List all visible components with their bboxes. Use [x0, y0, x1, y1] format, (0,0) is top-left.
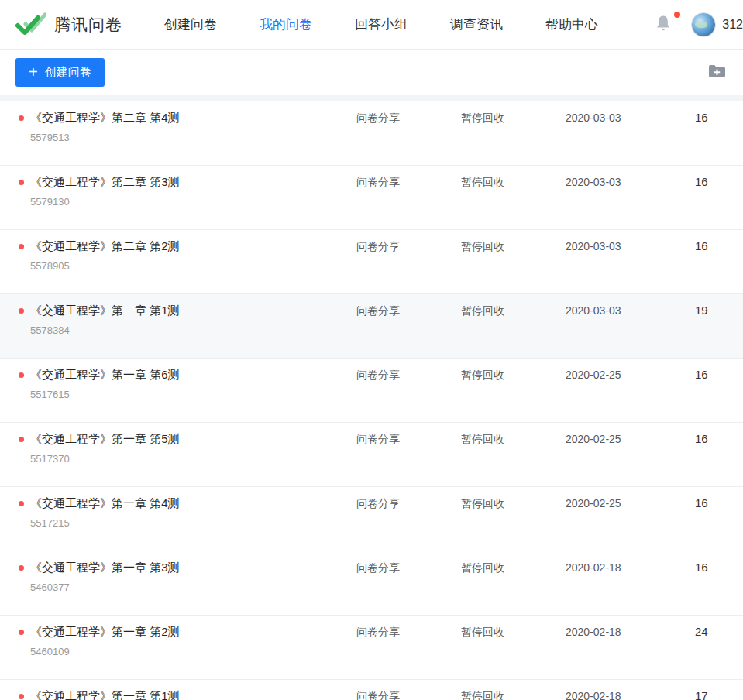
nav-item[interactable]: 我的问卷: [260, 15, 312, 33]
table-row[interactable]: 《交通工程学》第二章 第1测 5578384 问卷分享 暂停回收 2020-03…: [0, 294, 743, 359]
answer-count: 16: [695, 109, 743, 165]
status-dot-icon: [19, 372, 24, 378]
table-row[interactable]: 《交通工程学》第二章 第2测 5578905 问卷分享 暂停回收 2020-03…: [0, 230, 743, 294]
share-link[interactable]: 问卷分享: [356, 495, 461, 551]
nav-item[interactable]: 帮助中心: [545, 15, 598, 33]
share-link[interactable]: 问卷分享: [356, 623, 461, 679]
survey-title-block: 《交通工程学》第一章 第6测 5517615: [30, 366, 180, 402]
answer-count: 19: [695, 302, 743, 358]
table-row[interactable]: 《交通工程学》第二章 第3测 5579130 问卷分享 暂停回收 2020-03…: [0, 166, 743, 230]
collect-status[interactable]: 暂停回收: [461, 559, 566, 615]
collect-status[interactable]: 暂停回收: [461, 431, 566, 486]
modified-date: 2020-02-25: [566, 495, 695, 551]
share-link[interactable]: 问卷分享: [356, 109, 461, 165]
modified-date: 2020-02-18: [566, 688, 695, 700]
modified-date: 2020-03-03: [566, 173, 695, 229]
collect-status[interactable]: 暂停回收: [461, 173, 566, 229]
survey-title-block: 《交通工程学》第一章 第5测 5517370: [30, 431, 180, 466]
survey-id: 5517615: [30, 388, 180, 402]
survey-title[interactable]: 《交通工程学》第二章 第3测: [30, 173, 180, 190]
survey-title-block: 《交通工程学》第二章 第2测 5578905: [30, 238, 180, 273]
list-toolbar: + 创建问卷: [0, 50, 743, 95]
section-divider: [0, 95, 743, 101]
main-nav: 创建问卷 我的问卷 回答小组 调查资讯 帮助中心: [164, 15, 598, 33]
survey-id: 5579513: [30, 131, 180, 145]
share-link[interactable]: 问卷分享: [356, 238, 461, 293]
table-row[interactable]: 《交通工程学》第一章 第2测 5460109 问卷分享 暂停回收 2020-02…: [0, 616, 743, 680]
table-row[interactable]: 《交通工程学》第二章 第4测 5579513 问卷分享 暂停回收 2020-03…: [0, 101, 743, 166]
status-dot-icon: [19, 630, 24, 635]
share-link[interactable]: 问卷分享: [356, 431, 461, 486]
modified-date: 2020-03-03: [566, 238, 695, 293]
share-link[interactable]: 问卷分享: [356, 173, 461, 229]
survey-title[interactable]: 《交通工程学》第二章 第4测: [30, 109, 180, 126]
collect-status[interactable]: 暂停回收: [461, 495, 566, 551]
survey-list: 《交通工程学》第二章 第4测 5579513 问卷分享 暂停回收 2020-03…: [0, 101, 743, 700]
survey-title[interactable]: 《交通工程学》第一章 第6测: [30, 366, 180, 383]
share-link[interactable]: 问卷分享: [356, 302, 461, 358]
survey-title-block: 《交通工程学》第一章 第4测 5517215: [30, 495, 180, 530]
notification-bell[interactable]: [655, 15, 671, 35]
nav-item[interactable]: 回答小组: [355, 15, 408, 33]
answer-count: 16: [695, 431, 743, 486]
modified-date: 2020-02-25: [566, 431, 695, 486]
table-row[interactable]: 《交通工程学》第一章 第5测 5517370 问卷分享 暂停回收 2020-02…: [0, 423, 743, 487]
status-dot-icon: [19, 565, 24, 571]
survey-id: 5578384: [30, 324, 180, 338]
double-checkmark-icon: [15, 12, 46, 37]
answer-count: 16: [695, 559, 743, 615]
create-survey-button[interactable]: + 创建问卷: [15, 58, 105, 87]
survey-id: 5460109: [30, 645, 180, 659]
collect-status[interactable]: 暂停回收: [461, 688, 566, 700]
survey-title[interactable]: 《交通工程学》第二章 第1测: [30, 302, 180, 319]
survey-id: 5460377: [30, 581, 180, 595]
table-row[interactable]: 《交通工程学》第一章 第6测 5517615 问卷分享 暂停回收 2020-02…: [0, 359, 743, 423]
modified-date: 2020-02-18: [566, 559, 695, 615]
survey-title-cell: 《交通工程学》第一章 第4测 5517215: [19, 495, 356, 551]
answer-count: 16: [695, 495, 743, 551]
answer-count: 17: [695, 688, 743, 700]
survey-title-block: 《交通工程学》第二章 第1测 5578384: [30, 302, 180, 338]
share-link[interactable]: 问卷分享: [356, 366, 461, 422]
share-link[interactable]: 问卷分享: [356, 559, 461, 615]
notification-badge-icon: [674, 12, 680, 18]
survey-title-cell: 《交通工程学》第二章 第3测 5579130: [19, 173, 356, 229]
nav-item[interactable]: 调查资讯: [450, 15, 503, 33]
status-dot-icon: [19, 115, 24, 121]
table-row[interactable]: 《交通工程学》第一章 第1测 问卷分享 暂停回收 2020-02-18 17: [0, 680, 743, 700]
nav-item[interactable]: 创建问卷: [164, 15, 217, 33]
answer-count: 24: [695, 623, 743, 679]
collect-status[interactable]: 暂停回收: [461, 302, 566, 358]
survey-title[interactable]: 《交通工程学》第一章 第4测: [30, 495, 180, 512]
share-link[interactable]: 问卷分享: [356, 688, 461, 700]
survey-title-block: 《交通工程学》第二章 第3测 5579130: [30, 173, 180, 209]
table-row[interactable]: 《交通工程学》第一章 第4测 5517215 问卷分享 暂停回收 2020-02…: [0, 487, 743, 551]
username[interactable]: 312: [722, 18, 743, 32]
survey-title-block: 《交通工程学》第一章 第1测: [30, 688, 180, 700]
survey-title-cell: 《交通工程学》第二章 第2测 5578905: [19, 238, 356, 293]
survey-title-cell: 《交通工程学》第一章 第3测 5460377: [19, 559, 356, 615]
survey-title-block: 《交通工程学》第二章 第4测 5579513: [30, 109, 180, 145]
survey-title[interactable]: 《交通工程学》第一章 第5测: [30, 431, 180, 448]
new-folder-button[interactable]: [707, 63, 728, 83]
collect-status[interactable]: 暂停回收: [461, 366, 566, 422]
avatar[interactable]: [691, 12, 716, 37]
survey-title-cell: 《交通工程学》第一章 第6测 5517615: [19, 366, 356, 422]
survey-title-cell: 《交通工程学》第一章 第1测: [19, 688, 356, 700]
status-dot-icon: [19, 501, 24, 506]
collect-status[interactable]: 暂停回收: [461, 623, 566, 679]
plus-icon: +: [29, 64, 38, 80]
modified-date: 2020-02-25: [566, 366, 695, 422]
collect-status[interactable]: 暂停回收: [461, 109, 566, 165]
survey-title[interactable]: 《交通工程学》第一章 第2测: [30, 623, 180, 640]
survey-title[interactable]: 《交通工程学》第二章 第2测: [30, 238, 180, 255]
table-row[interactable]: 《交通工程学》第一章 第3测 5460377 问卷分享 暂停回收 2020-02…: [0, 551, 743, 616]
survey-title-cell: 《交通工程学》第一章 第2测 5460109: [19, 623, 356, 679]
modified-date: 2020-02-18: [566, 623, 695, 679]
status-dot-icon: [19, 244, 24, 249]
brand-logo[interactable]: 腾讯问卷: [15, 12, 122, 37]
answer-count: 16: [695, 366, 743, 422]
collect-status[interactable]: 暂停回收: [461, 238, 566, 293]
survey-title[interactable]: 《交通工程学》第一章 第1测: [30, 688, 180, 700]
survey-title[interactable]: 《交通工程学》第一章 第3测: [30, 559, 180, 576]
